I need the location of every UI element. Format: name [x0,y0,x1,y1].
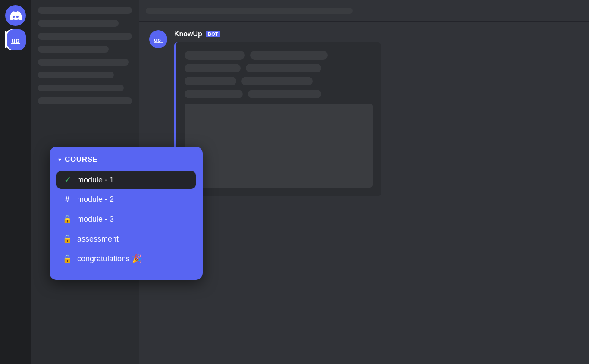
bot-name: KnowUp [174,30,202,38]
channel-bar-8 [38,97,132,104]
course-chevron-icon: ▾ [58,156,61,163]
main-content: up KnowUp BOT [139,0,589,364]
channel-bar-3 [38,33,132,40]
embed-pill-2-2 [246,64,321,72]
embed-pill-1-1 [185,51,245,60]
embed-row-2 [185,64,373,72]
active-server-indicator [5,31,7,48]
channel-bar-4 [38,46,109,53]
module-2-label: module - 2 [77,195,114,204]
course-header-label: COURSE [65,155,98,164]
channel-bar-1 [38,7,132,14]
lock-icon-module3: 🔒 [63,214,72,224]
module-3-label: module - 3 [77,215,114,224]
embed-pill-4-1 [185,90,243,98]
message-header: KnowUp BOT [174,30,579,38]
embed-image [185,104,373,188]
embed-pill-2-1 [185,64,241,72]
chat-area: up KnowUp BOT [139,22,589,364]
embed-pill-3-1 [185,77,236,85]
knowup-server-wrapper: up [5,29,26,50]
embed-pill-3-2 [241,77,313,85]
embed-pill-1-2 [250,51,328,60]
knowup-server-icon[interactable]: up [5,29,26,50]
discord-server-icon[interactable] [5,5,26,26]
channel-bar-6 [38,72,114,78]
embed-pill-4-2 [248,90,321,98]
bot-avatar: up [149,30,167,48]
course-header: ▾ COURSE [56,155,196,164]
top-bar [139,0,589,22]
message-body: KnowUp BOT [174,30,579,196]
server-sidebar: up [0,0,31,364]
course-item-module-2[interactable]: # module - 2 [56,191,196,208]
channel-bar-7 [38,85,124,91]
embed-row-4 [185,90,373,98]
lock-icon-assessment: 🔒 [63,234,72,244]
course-item-module-1[interactable]: ✓ module - 1 [56,171,196,189]
embed-row-3 [185,77,373,85]
lock-icon-congratulations: 🔒 [63,254,72,264]
bot-badge: BOT [206,31,220,37]
channel-bar-5 [38,59,129,66]
discord-server-wrapper [5,5,26,26]
embed-row-1 [185,51,373,60]
check-icon: ✓ [63,175,72,185]
embed-card [174,42,381,196]
top-bar-search [146,8,353,14]
channel-bar-2 [38,20,119,27]
congratulations-label: congratulations 🎉 [77,254,141,264]
module-1-label: module - 1 [77,176,114,185]
svg-text:up: up [11,37,20,44]
course-dropdown: ▾ COURSE ✓ module - 1 # module - 2 🔒 mod… [50,147,203,280]
assessment-label: assessment [77,235,119,244]
svg-text:up: up [154,37,161,43]
course-item-module-3[interactable]: 🔒 module - 3 [56,210,196,228]
hash-icon: # [63,195,72,204]
course-item-congratulations[interactable]: 🔒 congratulations 🎉 [56,250,196,268]
course-item-assessment[interactable]: 🔒 assessment [56,230,196,248]
bot-message: up KnowUp BOT [149,30,579,196]
